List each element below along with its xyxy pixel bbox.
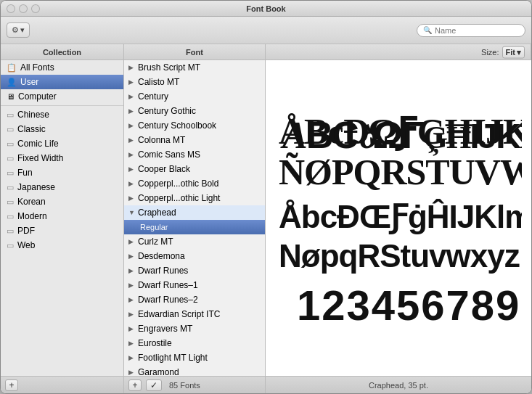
search-input[interactable] <box>435 26 519 35</box>
font-item-cooper-black[interactable]: ▶ Cooper Black <box>124 162 265 176</box>
font-panel[interactable]: ▶ Brush Script MT ▶ Calisto MT ▶ Century… <box>124 60 266 376</box>
collection-item-chinese[interactable]: ▭ Chinese <box>1 107 123 122</box>
dwarf-runes-1-arrow: ▶ <box>128 282 136 289</box>
craphead-arrow: ▼ <box>128 209 136 216</box>
collection-column-header: Collection <box>1 44 124 59</box>
font-item-craphead-regular[interactable]: Regular <box>124 220 265 234</box>
collection-item-computer[interactable]: 🖥 Computer <box>1 89 123 104</box>
curlz-label: Curlz MT <box>138 237 173 247</box>
font-item-edwardian[interactable]: ▶ Edwardian Script ITC <box>124 307 265 321</box>
font-item-comic-sans[interactable]: ▶ Comic Sans MS <box>124 147 265 162</box>
close-button[interactable] <box>7 4 15 13</box>
size-label: Size: <box>481 48 499 57</box>
collection-item-web[interactable]: ▭ Web <box>1 238 123 253</box>
comic-sans-arrow: ▶ <box>128 151 136 158</box>
size-dropdown[interactable]: Fit ▾ <box>502 46 525 58</box>
classic-label: Classic <box>17 124 46 134</box>
font-item-colonna[interactable]: ▶ Colonna MT <box>124 133 265 147</box>
app-window: Font Book ⚙ ▾ 🔍 Collection Font Size: Fi… <box>0 0 532 394</box>
svg-text:ÅbcÐŒƑġĤIJKlm: ÅbcÐŒƑġĤIJKlm <box>279 199 522 234</box>
dwarf-runes-2-arrow: ▶ <box>128 296 136 303</box>
font-count-label: 85 Fonts <box>169 381 200 390</box>
svg-text:NøpqRStuvwxyz: NøpqRStuvwxyz <box>279 238 520 274</box>
pdf-icon: ▭ <box>7 226 14 236</box>
font-item-century-schoolbook[interactable]: ▶ Century Schoolbook <box>124 118 265 133</box>
add-collection-button[interactable]: + <box>5 379 18 391</box>
collection-item-fixed-width[interactable]: ▭ Fixed Width <box>1 151 123 165</box>
maximize-button[interactable] <box>31 4 40 13</box>
engravers-label: Engravers MT <box>138 324 192 334</box>
korean-icon: ▭ <box>7 197 14 207</box>
japanese-label: Japanese <box>17 182 55 192</box>
font-item-engravers[interactable]: ▶ Engravers MT <box>124 321 265 336</box>
font-item-dwarf-runes-2[interactable]: ▶ Dwarf Runes–2 <box>124 292 265 307</box>
collection-item-classic[interactable]: ▭ Classic <box>1 122 123 136</box>
font-item-dwarf-runes-1[interactable]: ▶ Dwarf Runes–1 <box>124 278 265 292</box>
user-icon: 👤 <box>7 78 17 87</box>
collection-item-pdf[interactable]: ▭ PDF <box>1 223 123 238</box>
font-item-century[interactable]: ▶ Century <box>124 89 265 104</box>
font-item-garamond[interactable]: ▶ Garamond <box>124 365 265 376</box>
chinese-label: Chinese <box>17 110 49 120</box>
collection-item-japanese[interactable]: ▭ Japanese <box>1 180 123 194</box>
copperpl-bold-label: Copperpl...othic Bold <box>138 178 218 189</box>
collection-item-modern[interactable]: ▭ Modern <box>1 209 123 223</box>
search-box[interactable]: 🔍 <box>417 24 525 37</box>
collection-item-fun[interactable]: ▭ Fun <box>1 165 123 180</box>
chinese-icon: ▭ <box>7 110 14 120</box>
svg-text:ÑØPQRSTUVWXYZ: ÑØPQRSTUVWXYZ <box>279 152 522 192</box>
main-content: 📋 All Fonts 👤 User 🖥 Computer ▭ Chinese … <box>1 60 531 376</box>
font-item-craphead[interactable]: ▼ Craphead <box>124 205 265 220</box>
computer-icon: 🖥 <box>7 92 15 101</box>
font-item-century-gothic[interactable]: ▶ Century Gothic <box>124 104 265 118</box>
font-item-footlight[interactable]: ▶ Footlight MT Light <box>124 350 265 365</box>
check-font-button[interactable]: ✓ <box>146 379 162 391</box>
collection-item-all-fonts[interactable]: 📋 All Fonts <box>1 60 123 75</box>
computer-label: Computer <box>18 91 57 102</box>
collection-item-user[interactable]: 👤 User <box>1 75 123 89</box>
search-icon: 🔍 <box>423 26 432 34</box>
font-item-curlz[interactable]: ▶ Curlz MT <box>124 234 265 249</box>
fixed-width-icon: ▭ <box>7 154 14 163</box>
cooper-black-arrow: ▶ <box>128 165 136 173</box>
add-font-button[interactable]: + <box>128 379 142 391</box>
edwardian-label: Edwardian Script ITC <box>138 309 220 319</box>
traffic-lights <box>1 4 40 13</box>
colonna-arrow: ▶ <box>128 136 136 144</box>
brush-script-arrow: ▶ <box>128 64 136 71</box>
font-item-copperpl-bold[interactable]: ▶ Copperpl...othic Bold <box>124 176 265 191</box>
colonna-label: Colonna MT <box>138 135 185 145</box>
pdf-label: PDF <box>17 226 35 236</box>
font-item-dwarf-runes[interactable]: ▶ Dwarf Runes <box>124 263 265 278</box>
font-item-calisto[interactable]: ▶ Calisto MT <box>124 75 265 89</box>
century-gothic-arrow: ▶ <box>128 107 136 115</box>
collection-item-korean[interactable]: ▭ Korean <box>1 194 123 209</box>
font-item-eurostile[interactable]: ▶ Eurostile <box>124 336 265 350</box>
web-label: Web <box>17 240 35 250</box>
footlight-label: Footlight MT Light <box>138 353 208 363</box>
current-font-status: Craphead, 35 pt. <box>369 381 428 390</box>
all-fonts-label: All Fonts <box>20 62 54 73</box>
modern-icon: ▭ <box>7 212 14 221</box>
desdemona-label: Desdemona <box>138 251 185 261</box>
garamond-arrow: ▶ <box>128 369 136 376</box>
font-column-header: Font <box>124 44 266 59</box>
century-arrow: ▶ <box>128 93 136 100</box>
collection-item-comic-life[interactable]: ▭ Comic Life <box>1 136 123 151</box>
collection-panel[interactable]: 📋 All Fonts 👤 User 🖥 Computer ▭ Chinese … <box>1 60 124 376</box>
footlight-arrow: ▶ <box>128 354 136 361</box>
font-item-brush-script[interactable]: ▶ Brush Script MT <box>124 60 265 75</box>
desdemona-arrow: ▶ <box>128 253 136 260</box>
bottom-center: + ✓ 85 Fonts <box>124 377 266 393</box>
user-label: User <box>20 77 38 87</box>
font-item-copperpl-light[interactable]: ▶ Copperpl...othic Light <box>124 191 265 205</box>
preview-panel: ABCꝺΩΓĢĦIJKLM ÅBcÐΩƑĢĦIJKLM ÑØPQRSTUVWXY… <box>266 60 531 376</box>
eurostile-label: Eurostile <box>138 338 172 348</box>
bottom-right: Craphead, 35 pt. <box>266 381 531 390</box>
comic-life-label: Comic Life <box>17 139 59 149</box>
font-item-desdemona[interactable]: ▶ Desdemona <box>124 249 265 263</box>
minimize-button[interactable] <box>19 4 28 13</box>
column-headers: Collection Font Size: Fit ▾ <box>1 44 531 60</box>
gear-dropdown-button[interactable]: ⚙ ▾ <box>7 22 30 38</box>
bottom-left: + <box>1 377 124 393</box>
